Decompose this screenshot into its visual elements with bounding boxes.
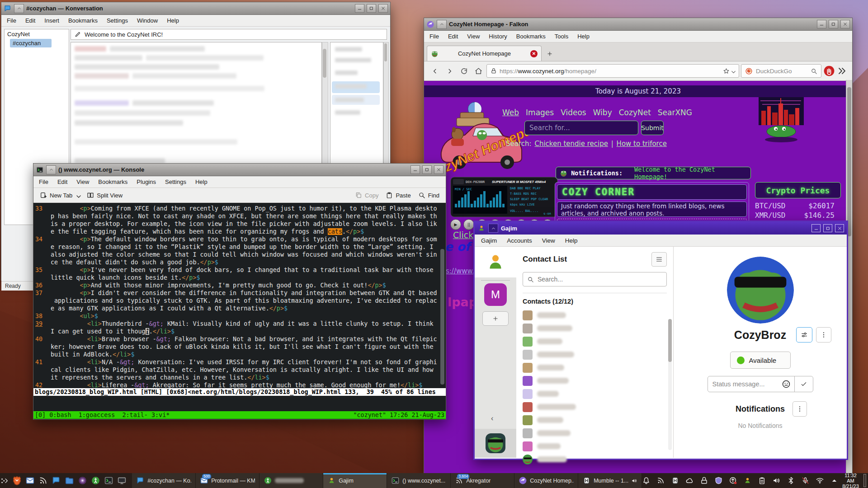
minimize-button[interactable] [817,20,826,28]
tray-bell-icon[interactable] [642,476,651,485]
minimize-button[interactable] [410,165,420,174]
copy-button[interactable]: Copy [352,189,381,201]
menu-item-file[interactable]: File [39,178,48,185]
task-button-protonmail-km-[interactable]: 500Protonmail — KM... [196,473,259,488]
contact-row[interactable] [523,309,667,322]
close-button[interactable] [840,20,850,28]
hamburger-menu-button[interactable] [651,252,667,267]
status-message-input[interactable]: Status message... [708,376,813,392]
page-link-images[interactable]: Images [526,108,554,117]
terminal-area[interactable]: 33 <p>Coming from XFCE (and then recentl… [33,203,446,419]
emoji-icon[interactable] [782,380,791,389]
menu-item-history[interactable]: History [489,33,507,40]
menu-item-view[interactable]: View [467,33,480,40]
menu-item-window[interactable]: Window [137,17,158,24]
tray-wifi-icon[interactable] [816,476,824,485]
quick-launch-brave-icon[interactable] [11,475,23,487]
minimize-button[interactable] [811,224,821,232]
page-link-searxng[interactable]: SearXNG [658,108,692,117]
contact-row[interactable] [523,374,667,387]
tray-mumble-icon[interactable] [671,476,679,485]
quick-launch-keepass-icon[interactable] [90,475,101,487]
menu-item-file[interactable]: File [429,33,439,40]
suggest-link[interactable]: How to triforce [617,140,667,148]
contact-row[interactable] [523,453,667,466]
collapse-chevron[interactable]: ‹ [491,414,493,422]
search-icon[interactable] [811,68,817,75]
page-link-cozynet[interactable]: CozyNet [619,108,651,117]
task-button-gajim[interactable]: Gajim [323,473,387,488]
tray-update-icon[interactable] [729,476,737,485]
menu-item-tools[interactable]: Tools [555,33,568,40]
contact-row[interactable] [523,440,667,453]
shade-button[interactable] [437,20,447,29]
shade-button[interactable] [46,165,56,174]
home-button[interactable] [472,65,485,77]
app-launcher-icon[interactable] [0,473,9,488]
profile-kebab-button[interactable] [816,327,831,343]
menu-item-help[interactable]: Help [195,178,208,185]
tray-micmute-icon[interactable] [801,476,810,485]
tray-rss-icon[interactable] [656,476,665,485]
page-link-videos[interactable]: Videos [561,108,586,117]
new-tab-button[interactable] [543,47,556,60]
quick-launch-folder-icon[interactable] [63,475,75,487]
find-button[interactable]: Find [415,189,442,201]
contact-search-input[interactable]: Search... [523,272,667,286]
show-desktop-button[interactable] [863,474,866,487]
menu-item-edit[interactable]: Edit [25,17,35,24]
menu-item-gajim[interactable]: Gajim [481,237,497,244]
quick-launch-terminal-icon[interactable] [103,475,114,487]
tray-shieldp-icon[interactable] [714,476,723,485]
task-button-blurred[interactable] [259,473,323,488]
quick-launch-monitor-icon[interactable] [116,475,127,487]
tray-lock-icon[interactable] [700,476,708,485]
contact-row[interactable] [523,335,667,348]
contact-row[interactable] [523,427,667,440]
contact-row[interactable] [523,348,667,361]
reload-button[interactable] [458,65,470,77]
page-link-web[interactable]: Web [502,108,519,117]
minimize-button[interactable] [355,4,364,13]
menu-item-accounts[interactable]: Accounts [507,237,532,244]
profile-avatar-pepe[interactable] [727,257,794,324]
maximize-button[interactable] [823,224,832,232]
gajim-titlebar[interactable]: Gajim [475,222,847,235]
availability-button[interactable]: Available [730,352,791,369]
menu-item-insert[interactable]: Insert [44,17,59,24]
tray-caretup-icon[interactable] [830,476,839,485]
tray-speaker-icon[interactable] [772,476,781,485]
topic-bar[interactable]: Welcome to the CozyNet IRC! [71,29,387,40]
maximize-button[interactable] [829,20,838,28]
menu-item-bookmarks[interactable]: Bookmarks [516,33,546,40]
toolbar-overflow-icon[interactable] [837,66,848,76]
taskbar-clock[interactable]: 11:32 AM 8/21/23 [842,473,859,488]
close-button[interactable] [434,165,443,174]
menu-item-plugins[interactable]: Plugins [137,178,156,185]
suggest-link[interactable]: Chicken tendie recipe [534,140,608,148]
adblock-icon[interactable] [823,65,835,77]
tray-clipboard-icon[interactable] [758,476,766,485]
menu-item-edit[interactable]: Edit [57,178,67,185]
task-button-cozynet-homep-[interactable]: CozyNet Homep... [514,473,578,488]
page-search-input[interactable]: Search for... [524,121,638,135]
split-view-button[interactable]: Split View [84,189,125,201]
close-button[interactable] [835,224,844,232]
browser-tab[interactable]: CozyNet Homepage ✕ [427,46,542,61]
menu-item-help[interactable]: Help [167,17,179,24]
add-workspace-button[interactable] [482,311,509,326]
menu-item-file[interactable]: File [7,17,16,24]
bookmark-star-icon[interactable] [723,68,735,75]
quick-launch-rss-icon[interactable] [37,475,49,487]
page-link-wiby[interactable]: Wiby [593,108,612,117]
konsole-titlebar[interactable]: () www.cozynet.org — Konsole [33,164,446,176]
menu-item-help[interactable]: Help [577,33,590,40]
notifications-kebab-button[interactable] [793,401,807,417]
contact-row[interactable] [523,361,667,374]
shade-button[interactable] [488,224,498,233]
maximize-button[interactable] [367,4,376,13]
workspace-avatar-cell[interactable] [475,429,516,458]
menu-item-view[interactable]: View [542,237,555,244]
new-tab-button[interactable]: New Tab [37,189,82,201]
menu-item-bookmarks[interactable]: Bookmarks [98,178,127,185]
